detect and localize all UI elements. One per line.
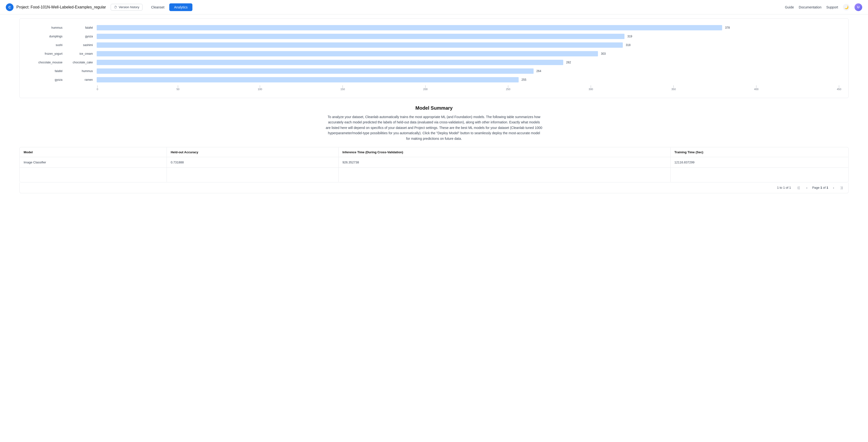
first-page-button[interactable]: ⟨⟨: [796, 185, 802, 191]
chart-label-left: gyoza: [27, 78, 65, 82]
chart-label-left: sushi: [27, 43, 65, 47]
table-cell-empty: [20, 167, 167, 182]
chart-row: chocolate_mousse chocolate_cake 282: [27, 58, 841, 67]
chart-row: sushi sashimi 318: [27, 41, 841, 50]
pagination-range: 1 to 1 of 1: [777, 186, 791, 189]
chart-label-left: chocolate_mousse: [27, 61, 65, 64]
chart-bar-area: 264: [97, 68, 841, 74]
chart-bar-area: 255: [97, 76, 841, 83]
axis-tick: 350: [671, 85, 676, 91]
model-table: ModelHeld-out AccuracyInference Time (Du…: [20, 147, 848, 182]
chart-label-right: chocolate_cake: [65, 61, 97, 64]
tab-analytics[interactable]: Analytics: [169, 3, 192, 11]
table-column-header: Inference Time (During Cross-Validation): [339, 147, 671, 157]
page-label: Page 1 of 1: [812, 186, 828, 189]
chart-bar: 318: [97, 42, 623, 48]
chart-row: gyoza ramen 255: [27, 75, 841, 84]
table-cell-empty: [339, 167, 671, 182]
chart-label-right: ice_cream: [65, 52, 97, 56]
table-column-header: Model: [20, 147, 167, 157]
table-column-header: Training Time (Sec): [671, 147, 848, 157]
chart-bar: 255: [97, 77, 519, 83]
chart-bar-area: 319: [97, 33, 841, 39]
chart-bar: 319: [97, 34, 624, 39]
chart-container: hummus falafel 378 dumplings gyoza 319 s…: [19, 18, 849, 98]
chart-row: falafel hummus 264: [27, 67, 841, 75]
header-right: Guide Documentation Support 🌙 U: [785, 3, 862, 11]
avatar-image: U: [855, 3, 862, 11]
prev-page-button[interactable]: ‹: [804, 185, 810, 191]
table-row-empty: [20, 167, 848, 182]
clock-icon: ⏱: [114, 5, 117, 9]
axis-tick: 250: [506, 85, 510, 91]
axis-tick: 0: [97, 85, 98, 91]
chart-row: dumplings gyoza 319: [27, 32, 841, 41]
pagination-bar: 1 to 1 of 1 ⟨⟨ ‹ Page 1 of 1 › ⟩⟩: [19, 183, 849, 193]
chart-bar: 282: [97, 60, 563, 65]
next-page-button[interactable]: ›: [831, 185, 836, 191]
chart-label-left: frozen_yogurt: [27, 52, 65, 56]
chart-bar-area: 318: [97, 42, 841, 48]
model-summary-title: Model Summary: [19, 105, 849, 111]
dark-mode-toggle[interactable]: 🌙: [843, 4, 850, 10]
chart-label-right: ramen: [65, 78, 97, 82]
project-name: Project: Food-101N-Well-Labeled-Examples…: [17, 5, 106, 9]
chart-bar-value: 303: [601, 52, 606, 56]
app-logo: C: [6, 3, 13, 11]
chart-bar: 378: [97, 25, 722, 30]
table-body: Image Classifier0.731888926.35273812116.…: [20, 157, 848, 182]
table-cell-empty: [671, 167, 848, 182]
model-table-wrapper: ModelHeld-out AccuracyInference Time (Du…: [19, 147, 849, 183]
documentation-link[interactable]: Documentation: [799, 5, 822, 9]
chart-label-right: hummus: [65, 69, 97, 73]
support-link[interactable]: Support: [826, 5, 838, 9]
tab-cleanset[interactable]: Cleanset: [146, 3, 169, 11]
chart-label-left: hummus: [27, 26, 65, 29]
chart-bar: 264: [97, 68, 534, 74]
chart-bar-value: 318: [626, 43, 630, 47]
axis-tick: 150: [340, 85, 345, 91]
version-history-button[interactable]: ⏱ Version history: [111, 4, 142, 10]
chart-grid: hummus falafel 378 dumplings gyoza 319 s…: [27, 23, 841, 84]
table-cell: 0.731888: [166, 157, 338, 167]
chart-bar-area: 282: [97, 59, 841, 66]
chart-bar-value: 319: [627, 35, 632, 38]
nav-tabs: Cleanset Analytics: [146, 3, 192, 11]
page-total: 1: [827, 186, 828, 189]
page-current: 1: [820, 186, 822, 189]
chart-label-right: sashimi: [65, 43, 97, 47]
main-content: hummus falafel 378 dumplings gyoza 319 s…: [0, 18, 868, 193]
chart-bar-value: 282: [566, 61, 571, 64]
chart-label-right: gyoza: [65, 35, 97, 38]
table-row: Image Classifier0.731888926.35273812116.…: [20, 157, 848, 167]
table-cell-empty: [166, 167, 338, 182]
axis-tick: 400: [754, 85, 758, 91]
chart-axis: 050100150200250300350400450: [97, 84, 841, 91]
table-header-row: ModelHeld-out AccuracyInference Time (Du…: [20, 147, 848, 157]
chart-label-right: falafel: [65, 26, 97, 29]
chart-bar-value: 378: [725, 26, 730, 29]
last-page-button[interactable]: ⟩⟩: [839, 185, 845, 191]
model-summary-description: To analyze your dataset, Cleanlab automa…: [326, 114, 542, 141]
axis-tick: 50: [177, 85, 179, 91]
chart-label-left: falafel: [27, 69, 65, 73]
chart-bar-value: 264: [536, 69, 541, 73]
chart-bar-area: 303: [97, 51, 841, 57]
table-cell: 12116.837299: [671, 157, 848, 167]
guide-link[interactable]: Guide: [785, 5, 794, 9]
table-cell: Image Classifier: [20, 157, 167, 167]
axis-tick: 200: [423, 85, 428, 91]
chart-bar-value: 255: [522, 78, 526, 82]
header: C Project: Food-101N-Well-Labeled-Exampl…: [0, 0, 868, 14]
table-column-header: Held-out Accuracy: [166, 147, 338, 157]
avatar[interactable]: U: [855, 3, 862, 11]
table-cell: 926.352738: [339, 157, 671, 167]
axis-tick: 300: [589, 85, 593, 91]
chart-row: frozen_yogurt ice_cream 303: [27, 50, 841, 58]
chart-bar-area: 378: [97, 25, 841, 31]
table-header: ModelHeld-out AccuracyInference Time (Du…: [20, 147, 848, 157]
chart-bar: 303: [97, 51, 598, 56]
chart-row: hummus falafel 378: [27, 23, 841, 32]
axis-tick: 100: [258, 85, 262, 91]
chart-label-left: dumplings: [27, 35, 65, 38]
